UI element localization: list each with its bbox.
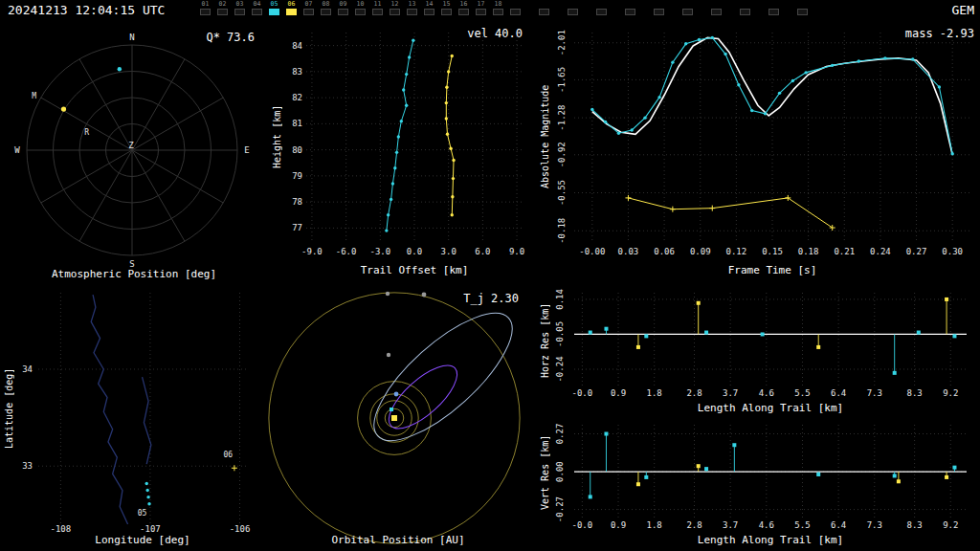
frame-number bbox=[739, 1, 751, 8]
svg-text:81: 81 bbox=[292, 119, 302, 128]
frame-02[interactable]: 02 bbox=[216, 1, 229, 15]
frame-square[interactable] bbox=[476, 9, 486, 15]
frame-square[interactable] bbox=[654, 9, 664, 15]
frame-square[interactable] bbox=[355, 9, 366, 15]
frame-square[interactable] bbox=[200, 9, 211, 15]
magnitude-axis-label: Absolute Magnitude bbox=[540, 33, 550, 241]
frame-number bbox=[681, 1, 694, 8]
svg-text:80: 80 bbox=[292, 145, 302, 155]
frame-square[interactable] bbox=[321, 9, 331, 15]
frame-15[interactable]: 15 bbox=[440, 1, 453, 15]
frame-extra[interactable] bbox=[710, 1, 723, 15]
frame-square[interactable] bbox=[711, 9, 722, 15]
map-outline bbox=[91, 295, 127, 524]
frame-17[interactable]: 17 bbox=[475, 1, 487, 15]
frame-01[interactable]: 01 bbox=[199, 1, 212, 15]
frame-11[interactable]: 11 bbox=[371, 1, 384, 15]
svg-text:84: 84 bbox=[292, 41, 302, 51]
polar-grid bbox=[27, 45, 237, 255]
frame-extra[interactable] bbox=[768, 1, 780, 15]
frame-square[interactable] bbox=[625, 9, 635, 15]
frame-square[interactable] bbox=[303, 9, 314, 15]
series-camera-2 bbox=[445, 55, 456, 217]
svg-text:83: 83 bbox=[292, 67, 302, 77]
svg-text:4.6: 4.6 bbox=[759, 520, 774, 530]
frame-06[interactable]: 06 bbox=[285, 1, 298, 15]
svg-text:-108: -108 bbox=[51, 524, 72, 534]
svg-text:6.0: 6.0 bbox=[475, 247, 490, 256]
frame-square[interactable] bbox=[407, 9, 417, 15]
frame-square[interactable] bbox=[441, 9, 452, 15]
frame-square[interactable] bbox=[252, 9, 262, 15]
frame-square[interactable] bbox=[740, 9, 750, 15]
frame-extra[interactable] bbox=[538, 1, 550, 15]
frame-square[interactable] bbox=[424, 9, 434, 15]
svg-text:0.18: 0.18 bbox=[798, 247, 819, 256]
frame-square[interactable] bbox=[768, 9, 779, 15]
frame-number bbox=[624, 1, 636, 8]
frame-square[interactable] bbox=[372, 9, 383, 15]
frame-square[interactable] bbox=[286, 9, 297, 15]
frame-square[interactable] bbox=[568, 9, 578, 15]
svg-text:0.27: 0.27 bbox=[555, 424, 565, 445]
horizontal-residuals-panel: -0.00.91.82.83.74.65.56.47.38.39.20.14-0… bbox=[528, 287, 980, 417]
frame-18[interactable]: 18 bbox=[492, 1, 504, 15]
frame-number: 14 bbox=[423, 1, 435, 8]
frame-number: 07 bbox=[302, 1, 315, 8]
svg-text:-0.18: -0.18 bbox=[557, 218, 567, 244]
frame-square[interactable] bbox=[682, 9, 693, 15]
tisserand-value: T_j 2.30 bbox=[463, 292, 519, 305]
frame-04[interactable]: 04 bbox=[251, 1, 263, 15]
svg-text:8.3: 8.3 bbox=[906, 520, 922, 530]
frame-extra[interactable] bbox=[509, 1, 522, 15]
horizontal-residuals-chart: -0.00.91.82.83.74.65.56.47.38.39.20.14-0… bbox=[528, 287, 980, 417]
frame-16[interactable]: 16 bbox=[457, 1, 470, 15]
frame-square[interactable] bbox=[269, 9, 279, 15]
series-camera-2 bbox=[625, 195, 835, 231]
frame-square[interactable] bbox=[390, 9, 400, 15]
svg-text:34: 34 bbox=[22, 364, 33, 374]
frame-09[interactable]: 09 bbox=[337, 1, 349, 15]
orbital-position-caption: Orbital Position [AU] bbox=[287, 534, 509, 546]
frame-square[interactable] bbox=[338, 9, 348, 15]
svg-text:79: 79 bbox=[292, 171, 302, 181]
svg-text:-2.01: -2.01 bbox=[557, 30, 567, 55]
frame-number bbox=[595, 1, 608, 8]
frame-10[interactable]: 10 bbox=[354, 1, 367, 15]
frame-13[interactable]: 13 bbox=[406, 1, 418, 15]
svg-text:0.12: 0.12 bbox=[726, 247, 747, 256]
frame-square[interactable] bbox=[217, 9, 228, 15]
svg-text:0.03: 0.03 bbox=[618, 247, 639, 256]
svg-text:0.27: 0.27 bbox=[906, 247, 927, 256]
frame-square[interactable] bbox=[596, 9, 607, 15]
frame-square[interactable] bbox=[510, 9, 521, 15]
svg-text:3.0: 3.0 bbox=[441, 247, 457, 256]
svg-text:0.24: 0.24 bbox=[870, 247, 891, 256]
frame-extra[interactable] bbox=[624, 1, 636, 15]
frame-square[interactable] bbox=[458, 9, 469, 15]
frame-extra[interactable] bbox=[796, 1, 809, 15]
frame-extra[interactable] bbox=[567, 1, 579, 15]
frame-number bbox=[768, 1, 780, 8]
frame-extra[interactable] bbox=[681, 1, 694, 15]
frame-12[interactable]: 12 bbox=[389, 1, 401, 15]
frame-square[interactable] bbox=[493, 9, 503, 15]
frame-square[interactable] bbox=[797, 9, 808, 15]
frame-08[interactable]: 08 bbox=[320, 1, 332, 15]
frame-extra[interactable] bbox=[595, 1, 608, 15]
station-06-track: 06 bbox=[224, 451, 237, 471]
frame-square[interactable] bbox=[539, 9, 549, 15]
frame-square[interactable] bbox=[234, 9, 245, 15]
svg-text:0.21: 0.21 bbox=[834, 247, 855, 256]
svg-text:-0.55: -0.55 bbox=[557, 180, 567, 206]
q-reference-value: Q* 73.6 bbox=[206, 31, 255, 44]
frame-extra[interactable] bbox=[653, 1, 665, 15]
frame-number: 02 bbox=[216, 1, 229, 8]
svg-text:9.2: 9.2 bbox=[943, 388, 958, 398]
frame-03[interactable]: 03 bbox=[234, 1, 246, 15]
frame-14[interactable]: 14 bbox=[423, 1, 435, 15]
frame-05[interactable]: 05 bbox=[268, 1, 280, 15]
frame-07[interactable]: 07 bbox=[302, 1, 315, 15]
frame-extra[interactable] bbox=[739, 1, 751, 15]
ground-track-map: -108-107-10634330506 bbox=[0, 287, 260, 551]
